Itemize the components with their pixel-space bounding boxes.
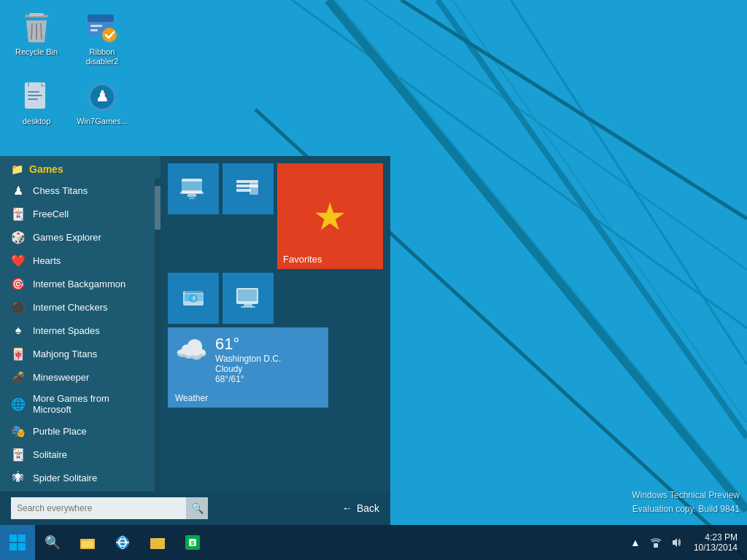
tile-weather[interactable]: ☁️ 61° Washington D.C. Cloudy 68°/61° We… — [168, 327, 328, 408]
desktop-icon-row-1: Recycle Bin Ribbon disabler2 — [7, 7, 131, 69]
svg-rect-49 — [9, 543, 17, 551]
games-explorer-icon: 🎲 — [11, 230, 26, 244]
weather-label: Weather — [175, 393, 208, 403]
app-minesweeper[interactable]: 💣 Minesweeper — [0, 365, 160, 389]
svg-rect-11 — [29, 13, 44, 16]
back-arrow-icon: ← — [342, 502, 352, 514]
minesweeper-label: Minesweeper — [33, 372, 89, 383]
backgammon-icon: 🎯 — [11, 276, 26, 291]
freecell-icon: 🃏 — [11, 206, 26, 221]
desktop-file-icon[interactable]: desktop — [7, 77, 66, 129]
search-button[interactable]: 🔍 — [186, 497, 208, 519]
svg-rect-35 — [236, 189, 251, 192]
store-icon: $ — [185, 534, 201, 551]
svg-rect-40 — [185, 291, 205, 293]
file-explorer-icon — [80, 534, 96, 551]
internet-spades-label: Internet Spades — [33, 325, 100, 336]
app-list-panel: 📁 Games ♟ Chess Titans 🃏 FreeCell — [0, 156, 160, 491]
taskbar-file-explorer[interactable] — [70, 525, 105, 560]
svg-rect-23 — [28, 98, 38, 100]
tiles-panel: ★ Favorites — [160, 156, 390, 491]
start-menu-main: 📁 Games ♟ Chess Titans 🃏 FreeCell — [0, 156, 390, 491]
app-hearts[interactable]: ❤️ Hearts — [0, 249, 160, 272]
back-button[interactable]: ← Back — [342, 502, 379, 514]
win7games-icon[interactable]: ♟ Win7Games... — [73, 77, 131, 129]
mahjong-icon: 🀄 — [11, 346, 26, 361]
start-button[interactable] — [0, 525, 35, 560]
taskbar-right: ▲ 4:23 PM 10 — [627, 532, 747, 553]
app-spider-solitaire[interactable]: 🕷 Spider Solitaire — [0, 466, 160, 489]
chess-titans-label: Chess Titans — [33, 185, 88, 196]
weather-temp: 61° — [215, 335, 281, 354]
svg-rect-16 — [88, 15, 114, 22]
taskbar-internet-explorer[interactable] — [105, 525, 140, 560]
windows-logo-icon — [9, 534, 26, 551]
tray-volume[interactable] — [667, 534, 685, 551]
ribbon-disabler-label: Ribbon disabler2 — [76, 47, 128, 66]
weather-content: ☁️ 61° Washington D.C. Cloudy 68°/61° — [175, 335, 321, 384]
favorites-label: Favorites — [283, 254, 322, 265]
svg-rect-31 — [182, 182, 202, 190]
more-games-label: More Games from Microsoft — [33, 393, 150, 415]
tile-storage[interactable] — [168, 273, 219, 324]
tray-network[interactable] — [647, 534, 665, 551]
more-games-icon: 🌐 — [11, 397, 26, 411]
clock-area[interactable]: 4:23 PM 10/13/2014 — [688, 532, 743, 553]
svg-rect-60 — [654, 543, 658, 548]
svg-rect-21 — [28, 91, 39, 93]
app-list-scroll[interactable]: ♟ Chess Titans 🃏 FreeCell 🎲 Games Explor… — [0, 179, 160, 491]
svg-rect-24 — [28, 82, 29, 87]
games-label: Games — [29, 163, 63, 175]
tile-favorites[interactable]: ★ Favorites — [277, 163, 383, 269]
app-internet-spades[interactable]: ♠ Internet Spades — [0, 319, 160, 342]
app-purble-place[interactable]: 🎭 Purble Place — [0, 419, 160, 443]
desktop-tile-icon — [233, 174, 263, 203]
network-icon — [650, 537, 662, 548]
taskbar-folder[interactable] — [140, 525, 175, 560]
app-freecell[interactable]: 🃏 FreeCell — [0, 202, 160, 225]
svg-point-19 — [102, 28, 117, 42]
scrollbar-thumb[interactable] — [155, 186, 160, 230]
games-folder-header[interactable]: 📁 Games — [0, 156, 160, 179]
app-mahjong-titans[interactable]: 🀄 Mahjong Titans — [0, 342, 160, 365]
app-games-explorer[interactable]: 🎲 Games Explorer — [0, 225, 160, 249]
ribbon-disabler-icon[interactable]: Ribbon disabler2 — [73, 7, 131, 69]
scrollbar-track[interactable] — [155, 179, 160, 491]
taskbar-search-button[interactable]: 🔍 — [35, 525, 70, 560]
solitaire-label: Solitaire — [33, 449, 67, 460]
svg-rect-32 — [189, 198, 195, 199]
search-input[interactable] — [11, 497, 186, 519]
checkers-icon: ⚫ — [11, 300, 26, 314]
spider-solitaire-label: Spider Solitaire — [33, 472, 97, 483]
purble-place-label: Purble Place — [33, 426, 87, 437]
folder-icon: 📁 — [11, 163, 23, 175]
tiles-row-1: ★ Favorites — [168, 163, 383, 269]
freecell-label: FreeCell — [33, 209, 69, 219]
taskbar-store[interactable]: $ — [175, 525, 210, 560]
internet-checkers-label: Internet Checkers — [33, 302, 108, 313]
storage-icon — [179, 284, 208, 313]
svg-rect-30 — [187, 194, 196, 197]
tile-desktop-2[interactable] — [222, 163, 274, 214]
desktop-icons: Recycle Bin Ribbon disabler2 — [7, 7, 131, 130]
app-chess-titans[interactable]: ♟ Chess Titans — [0, 179, 160, 202]
start-menu-footer: 🔍 ← Back — [0, 491, 390, 525]
app-internet-checkers[interactable]: ⚫ Internet Checkers — [0, 295, 160, 319]
app-internet-backgammon[interactable]: 🎯 Internet Backgammon — [0, 272, 160, 295]
tile-pc-settings[interactable] — [168, 163, 219, 214]
svg-rect-17 — [90, 25, 102, 27]
desktop: Recycle Bin Ribbon disabler2 — [0, 0, 747, 560]
svg-rect-42 — [195, 294, 204, 301]
app-more-games[interactable]: 🌐 More Games from Microsoft — [0, 389, 160, 419]
app-solitaire[interactable]: 🃏 Solitaire — [0, 443, 160, 466]
spades-icon: ♠ — [11, 323, 26, 338]
svg-rect-52 — [82, 541, 93, 548]
folder-icon — [150, 534, 166, 551]
chess-icon: ♟ — [11, 183, 26, 198]
taskbar-pinned-icons: $ — [70, 525, 210, 560]
tile-display[interactable] — [222, 273, 274, 324]
tray-overflow[interactable]: ▲ — [627, 534, 644, 551]
spider-icon: 🕷 — [11, 470, 26, 485]
recycle-bin-icon[interactable]: Recycle Bin — [7, 7, 66, 69]
weather-details: 61° Washington D.C. Cloudy 68°/61° — [215, 335, 281, 384]
